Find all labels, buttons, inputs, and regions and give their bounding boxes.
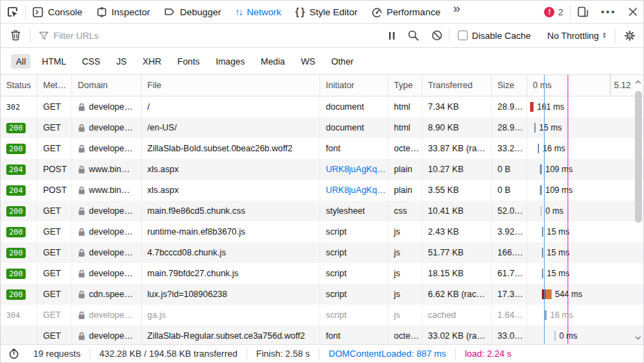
domain-cell: www.bin…	[72, 159, 142, 180]
filter-pill-css[interactable]: CSS	[77, 54, 105, 69]
pause-traffic-button[interactable]	[382, 31, 402, 40]
network-icon: ↑↓	[235, 6, 242, 17]
column-header-waterfall[interactable]: 0 ms 5.12	[527, 75, 643, 96]
filter-pill-html[interactable]: HTML	[37, 54, 71, 69]
initiator-text[interactable]: URK8juAgKq…	[326, 164, 386, 174]
column-header-size[interactable]: Size	[492, 75, 527, 96]
disable-cache-label: Disable Cache	[472, 31, 531, 41]
status-cell: 204	[1, 159, 38, 180]
tab-inspector[interactable]: Inspector	[90, 1, 158, 23]
block-request-button[interactable]	[425, 30, 449, 41]
error-count-button[interactable]: ! 2	[537, 1, 570, 23]
filter-pill-media[interactable]: Media	[256, 54, 290, 69]
scrollbar-thumb[interactable]	[635, 91, 642, 223]
search-button[interactable]	[402, 30, 425, 41]
waterfall-time-label: 15 ms	[547, 227, 570, 237]
performance-analysis-button[interactable]	[1, 348, 24, 359]
column-header-initiator[interactable]: Initiator	[320, 75, 388, 96]
network-settings-button[interactable]	[616, 30, 643, 42]
filter-urls-input[interactable]	[53, 31, 382, 41]
method-cell: GET	[38, 201, 72, 221]
throttling-select[interactable]: No Throttling ▲▼	[539, 31, 615, 41]
initiator-text[interactable]: URK8juAgKq…	[326, 185, 386, 195]
initiator-cell: script	[320, 263, 388, 284]
domain-text: www.bin…	[89, 185, 130, 195]
request-row[interactable]: 200 GET develope… main.f9e86cd5.chunk.cs…	[1, 201, 643, 221]
responsive-design-button[interactable]	[571, 1, 595, 23]
request-list: 302 GET develope… / document html 7.34 K…	[1, 96, 643, 344]
size-cell: 17.3…	[492, 284, 527, 305]
file-cell: main.79bfdc27.chunk.js	[142, 263, 320, 284]
column-header-status[interactable]: Status	[1, 75, 38, 96]
devtools-menu-button[interactable]: ●●●	[595, 1, 622, 23]
filter-pill-other[interactable]: Other	[327, 54, 358, 69]
table-scrollbar	[634, 77, 643, 343]
request-row[interactable]: 200 GET develope… runtime-main.ef8b3670.…	[1, 221, 643, 242]
tab-console[interactable]: Console	[26, 1, 90, 23]
status-cell	[1, 326, 38, 344]
tabbar-spacer	[465, 1, 537, 23]
waterfall-cell: 15 ms	[527, 242, 643, 263]
tab-style-editor[interactable]: { } Style Editor	[288, 1, 365, 23]
transferred-cell: 33.87 KB (ra…	[422, 138, 492, 159]
clear-requests-button[interactable]	[1, 30, 30, 41]
waterfall-time-label: 16 ms	[550, 310, 573, 320]
waterfall-bar-segment	[545, 289, 552, 299]
network-toolbar-actions: Disable Cache No Throttling ▲▼	[382, 28, 643, 42]
column-header-file[interactable]: File	[142, 75, 320, 96]
waterfall-cell: 0 ms	[527, 201, 643, 221]
request-row[interactable]: 200 GET develope… main.79bfdc27.chunk.js…	[1, 263, 643, 284]
close-devtools-button[interactable]	[622, 1, 643, 23]
status-cell: 200	[1, 201, 38, 221]
request-row[interactable]: GET develope… ZillaSlab-Regular.subset.c…	[1, 326, 643, 344]
disable-cache-checkbox[interactable]	[458, 31, 468, 40]
request-row[interactable]: 200 GET develope… ZillaSlab-Bold.subset.…	[1, 138, 643, 159]
scroll-down-button[interactable]	[635, 333, 641, 343]
method-cell: GET	[38, 221, 72, 242]
filter-pill-all[interactable]: All	[11, 54, 31, 69]
status-code: 200	[6, 289, 26, 300]
tab-network[interactable]: ↑↓ Network	[228, 1, 288, 23]
column-header-domain[interactable]: Domain	[72, 75, 142, 96]
column-header-method[interactable]: Met…	[38, 75, 72, 96]
scrollbar-track[interactable]	[634, 87, 643, 333]
waterfall-cell: 15 ms	[527, 117, 643, 138]
filter-pill-ws[interactable]: WS	[296, 54, 320, 69]
initiator-cell: document	[320, 117, 388, 138]
transferred-cell: 18.15 KB	[422, 263, 492, 284]
waterfall-cell: 109 ms	[527, 180, 643, 201]
waterfall-time-label: 15 ms	[539, 123, 562, 133]
status-code: 200	[6, 206, 26, 217]
filter-pill-fonts[interactable]: Fonts	[172, 54, 204, 69]
request-row[interactable]: 200 GET cdn.spee… lux.js?id=108906238 sc…	[1, 284, 643, 305]
file-cell: lux.js?id=108906238	[142, 284, 320, 305]
column-header-transferred[interactable]: Transferred	[422, 75, 492, 96]
filter-pill-xhr[interactable]: XHR	[138, 54, 166, 69]
status-cell: 200	[1, 117, 38, 138]
filter-pill-images[interactable]: Images	[210, 54, 249, 69]
tab-debugger[interactable]: Debugger	[157, 1, 228, 23]
type-cell: js	[388, 284, 422, 305]
lock-icon	[78, 228, 85, 237]
request-row[interactable]: 204 POST www.bin… xls.aspx URK8juAgKq… p…	[1, 159, 643, 180]
filter-pill-js[interactable]: JS	[111, 54, 131, 69]
request-row[interactable]: 304 GET develope… ga.js script js cached…	[1, 305, 643, 326]
waterfall-bar-segment	[542, 269, 543, 278]
request-row[interactable]: 200 GET develope… /en-US/ document html …	[1, 117, 643, 138]
request-row[interactable]: 302 GET develope… / document html 7.34 K…	[1, 96, 643, 117]
pick-element-button[interactable]	[1, 1, 25, 23]
tab-performance[interactable]: Performance	[365, 1, 447, 23]
request-row[interactable]: 200 GET develope… 4.7bcccd08.chunk.js sc…	[1, 242, 643, 263]
size-cell: 28.9…	[492, 96, 527, 117]
scroll-up-button[interactable]	[635, 77, 641, 87]
domain-text: cdn.spee…	[89, 289, 133, 299]
domain-text: develope…	[89, 269, 133, 278]
column-header-type[interactable]: Type	[388, 75, 422, 96]
file-cell: xls.aspx	[142, 180, 320, 201]
more-tabs-button[interactable]: »	[447, 1, 466, 23]
request-row[interactable]: 204 POST www.bin… xls.aspx URK8juAgKq… p…	[1, 180, 643, 201]
initiator-text: script	[326, 269, 347, 278]
network-status-bar: 19 requests 432.28 KB / 194.58 KB transf…	[1, 344, 643, 362]
size-cell: 33.0…	[492, 326, 527, 344]
waterfall-cell: 544 ms	[527, 284, 643, 305]
